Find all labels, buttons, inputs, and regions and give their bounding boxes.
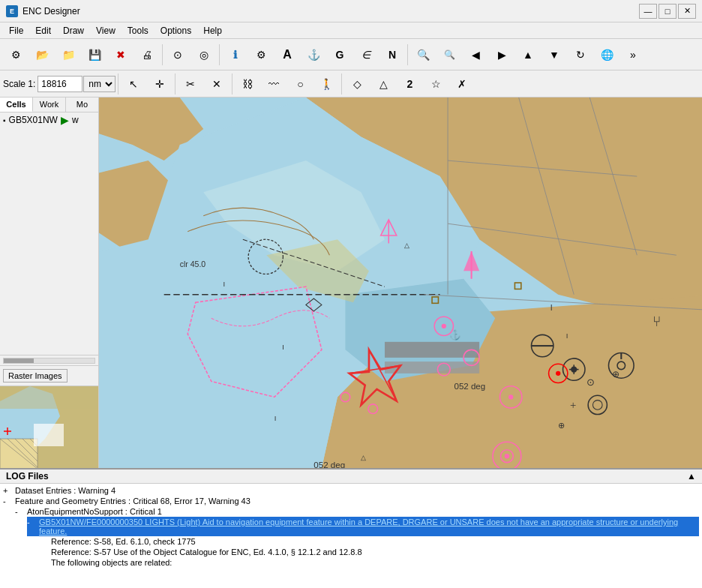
tb2-scissors-button[interactable]: ✂ xyxy=(178,71,203,97)
raster-section: Raster Images xyxy=(0,365,98,386)
menu-draw[interactable]: Draw xyxy=(57,24,90,38)
svg-text:⊙: ⊙ xyxy=(586,377,595,388)
menu-file[interactable]: File xyxy=(3,24,29,38)
title-bar: E ENC Designer — □ ✕ xyxy=(0,0,702,22)
tb-new-button[interactable]: 📁 xyxy=(56,42,81,68)
tb2-diamond-button[interactable]: ◇ xyxy=(344,71,370,97)
svg-text:I: I xyxy=(274,414,277,422)
tab-work[interactable]: Work xyxy=(33,98,66,112)
tb-save-button[interactable]: 💾 xyxy=(82,42,107,68)
tb-right-button[interactable]: ▶ xyxy=(489,42,514,68)
expand-icon: ▪ xyxy=(3,116,6,124)
tb2-move-button[interactable]: ✛ xyxy=(147,71,172,97)
scrollbar-thumb[interactable] xyxy=(4,358,34,363)
tb-rotate-button[interactable]: ↻ xyxy=(568,42,593,68)
tb-zoomin-button[interactable]: 🔍 xyxy=(410,42,436,68)
menu-tools[interactable]: Tools xyxy=(122,24,154,38)
tb-zoomout-button[interactable]: 🔍 xyxy=(436,42,462,68)
tb-up-button[interactable]: ▲ xyxy=(515,42,541,68)
svg-point-78 xyxy=(556,371,560,376)
expand-icon-2[interactable]: - xyxy=(15,507,24,516)
log-entry-3[interactable]: - GB5X01NW/FE0000000350 LIGHTS (Light) A… xyxy=(27,517,699,536)
tb2-circle-button[interactable]: ○ xyxy=(287,71,313,97)
tb-g-button[interactable]: G xyxy=(327,42,352,68)
tb2-cursor-button[interactable]: ↖ xyxy=(121,71,146,97)
mini-map[interactable] xyxy=(0,386,98,468)
toolbar2-sep-1 xyxy=(118,74,118,94)
svg-text:I: I xyxy=(566,332,568,340)
expand-icon-0[interactable]: + xyxy=(3,486,12,495)
tb2-x-button[interactable]: ✗ xyxy=(449,71,475,97)
tb-gear-button[interactable]: ⚙ xyxy=(248,42,274,68)
tb-circle1-button[interactable]: ⊙ xyxy=(165,42,190,68)
svg-text:I: I xyxy=(282,343,284,351)
svg-text:I: I xyxy=(224,280,226,288)
svg-text:clr 45.0: clr 45.0 xyxy=(180,260,206,268)
close-button[interactable]: ✕ xyxy=(678,4,696,19)
toolbar2-sep-3 xyxy=(232,74,232,94)
unit-select[interactable]: nm km mi xyxy=(83,76,116,92)
window-controls: — □ ✕ xyxy=(639,4,696,19)
menu-options[interactable]: Options xyxy=(154,24,197,38)
log-header: LOG Files ▲ xyxy=(0,470,702,484)
toolbar2-sep-4 xyxy=(341,74,342,94)
svg-rect-2 xyxy=(0,386,98,409)
log-text-3[interactable]: GB5X01NW/FE0000000350 LIGHTS (Light) Aid… xyxy=(39,518,699,536)
svg-text:+: + xyxy=(570,399,576,411)
minimize-button[interactable]: — xyxy=(639,4,657,19)
tb-a-button[interactable]: A xyxy=(274,42,300,68)
raster-images-button[interactable]: Raster Images xyxy=(3,369,68,382)
tb-north-button[interactable]: N xyxy=(380,42,405,68)
expand-icon-6 xyxy=(39,558,48,567)
menu-help[interactable]: Help xyxy=(197,24,228,38)
panel-scrollbar[interactable] xyxy=(0,355,98,365)
tb-open-button[interactable]: 📂 xyxy=(29,42,55,68)
expand-icon-3[interactable]: - xyxy=(27,518,36,526)
log-entry-1: - Feature and Geometry Entries : Critica… xyxy=(3,496,699,506)
tb-down-button[interactable]: ▼ xyxy=(542,42,567,68)
expand-icon-5 xyxy=(39,548,48,556)
log-text-6: The following objects are related: xyxy=(51,558,699,567)
maximize-button[interactable]: □ xyxy=(658,4,676,19)
log-entry-2: - AtonEquipmentNoSupport : Critical 1 xyxy=(15,506,699,517)
log-area: LOG Files ▲ + Dataset Entries : Warning … xyxy=(0,468,702,588)
cell-item-gb5x01nw[interactable]: ▪ GB5X01NW ▶ w xyxy=(0,112,98,128)
svg-rect-23 xyxy=(385,342,479,358)
scale-input[interactable] xyxy=(38,76,82,92)
tab-cells[interactable]: Cells xyxy=(0,98,33,112)
tb-e-button[interactable]: ∈ xyxy=(353,42,379,68)
toolbar-sep-2 xyxy=(219,44,220,65)
tb2-triangle-button[interactable]: △ xyxy=(370,71,396,97)
tb-print-button[interactable]: 🖨 xyxy=(134,42,160,68)
tb-cancel-button[interactable]: ✖ xyxy=(108,42,134,68)
menu-edit[interactable]: Edit xyxy=(29,24,57,38)
toolbar-sep-1 xyxy=(162,44,163,65)
tb2-walk-button[interactable]: 🚶 xyxy=(314,71,339,97)
tb2-wave-button[interactable]: 〰 xyxy=(261,71,286,97)
tb-circle2-button[interactable]: ◎ xyxy=(191,42,217,68)
tb-left-button[interactable]: ◀ xyxy=(463,42,488,68)
svg-text:052 deg: 052 deg xyxy=(314,460,345,468)
tb-globe-button[interactable]: 🌐 xyxy=(594,42,620,68)
tb2-cross-button[interactable]: ✕ xyxy=(204,71,230,97)
log-scroll-up[interactable]: ▲ xyxy=(687,471,696,482)
tb-more-button[interactable]: » xyxy=(620,42,646,68)
tb-info-button[interactable]: ℹ xyxy=(222,42,248,68)
tb-anchor-button[interactable]: ⚓ xyxy=(301,42,326,68)
svg-point-30 xyxy=(508,394,513,399)
log-entry-0: + Dataset Entries : Warning 4 xyxy=(3,485,699,496)
panel-tabs: Cells Work Mo xyxy=(0,98,98,112)
app-title: ENC Designer xyxy=(22,6,639,16)
tb2-link-button[interactable]: ⛓ xyxy=(235,71,260,97)
tab-mo[interactable]: Mo xyxy=(66,98,98,112)
svg-text:△: △ xyxy=(361,453,366,461)
svg-point-85 xyxy=(505,454,509,458)
expand-icon-1[interactable]: - xyxy=(3,496,12,506)
tb-settings-button[interactable]: ⚙ xyxy=(3,42,28,68)
map-area[interactable]: ⑂ 052 deg 052 deg clr 45.0 I I I △ △ + xyxy=(99,98,702,468)
tb2-star-button[interactable]: ☆ xyxy=(423,71,448,97)
tb2-2-button[interactable]: 2 xyxy=(397,71,422,97)
left-panel: Cells Work Mo ▪ GB5X01NW ▶ w Raster Imag… xyxy=(0,98,99,468)
menu-view[interactable]: View xyxy=(90,24,122,38)
menu-bar: File Edit Draw View Tools Options Help xyxy=(0,22,702,39)
